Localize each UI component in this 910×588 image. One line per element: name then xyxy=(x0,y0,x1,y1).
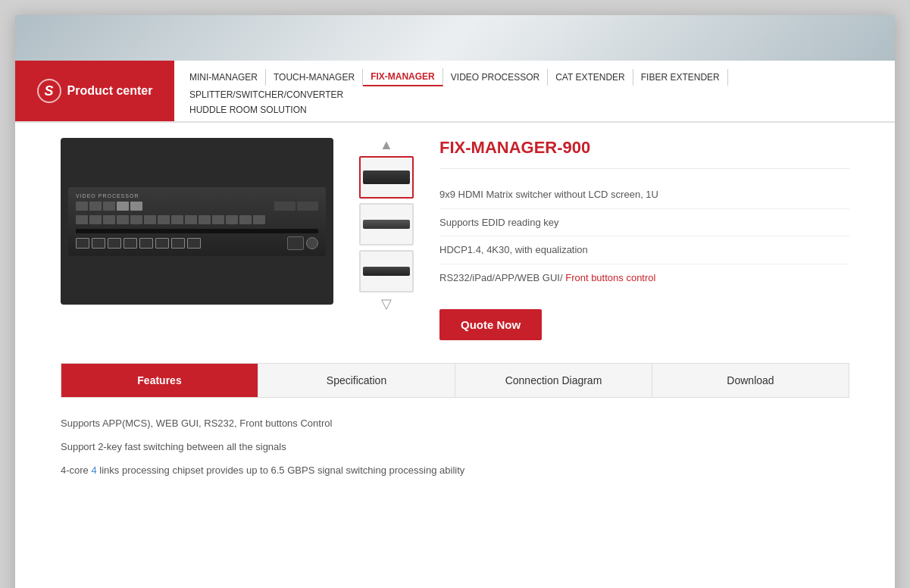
product-section: VIDEO PROCESSOR xyxy=(61,138,849,340)
nav-mini-manager[interactable]: MINI-MANAGER xyxy=(182,69,266,86)
features-line-2: Support 2-key fast switching between all… xyxy=(61,439,849,455)
thumb-down-arrow[interactable]: ▽ xyxy=(381,297,392,311)
feature-2: Supports EDID reading key xyxy=(439,209,849,237)
nav-splitter[interactable]: SPLITTER/SWITCHER/CONVERTER xyxy=(182,86,351,103)
nav-area: MINI-MANAGER TOUCH-MANAGER FIX-MANAGER V… xyxy=(174,61,895,121)
features-line-3-suffix: links processing chipset provides up to … xyxy=(97,464,465,476)
main-product-image: VIDEO PROCESSOR xyxy=(61,138,333,305)
product-info: FIX-MANAGER-900 9x9 HDMI Matrix switcher… xyxy=(439,138,849,340)
nav-touch-manager[interactable]: TOUCH-MANAGER xyxy=(266,69,363,86)
brand-logo: S xyxy=(37,79,61,103)
tab-specification[interactable]: Specification xyxy=(258,364,455,397)
feature-4: RS232/iPad/APP/WEB GUI/ Front buttons co… xyxy=(439,264,849,292)
tab-features[interactable]: Features xyxy=(61,364,258,397)
thumbnail-3[interactable] xyxy=(359,250,414,292)
feature-3: HDCP1.4, 4K30, with equalization xyxy=(439,236,849,264)
nav-top: MINI-MANAGER TOUCH-MANAGER FIX-MANAGER V… xyxy=(182,61,887,103)
nav-video-processor[interactable]: VIDEO PROCESSOR xyxy=(443,69,548,86)
hero-banner xyxy=(15,15,895,61)
nav-cat-extender[interactable]: CAT EXTENDER xyxy=(548,69,633,86)
rack-unit-graphic: VIDEO PROCESSOR xyxy=(68,187,326,256)
thumbnail-2[interactable] xyxy=(359,203,414,246)
features-line-1: Supports APP(MCS), WEB GUI, RS232, Front… xyxy=(61,416,849,432)
brand-title: Product center xyxy=(67,84,153,98)
nav-bottom: HUDDLE ROOM SOLUTION xyxy=(182,103,887,121)
brand-box: S Product center xyxy=(15,61,174,121)
features-line-3: 4-core 4 links processing chipset provid… xyxy=(61,463,849,479)
product-features-list: 9x9 HDMI Matrix switcher without LCD scr… xyxy=(439,181,849,291)
thumb-device-3 xyxy=(363,267,410,276)
nav-fiber-extender[interactable]: FIBER EXTENDER xyxy=(633,69,728,86)
features-line-3-prefix: 4-core xyxy=(61,464,91,476)
thumbnail-1[interactable] xyxy=(359,156,414,199)
thumbnail-column: ▲ ▽ xyxy=(356,138,417,311)
features-content: Supports APP(MCS), WEB GUI, RS232, Front… xyxy=(61,416,849,493)
brand-logo-char: S xyxy=(45,83,54,99)
feature-1: 9x9 HDMI Matrix switcher without LCD scr… xyxy=(439,181,849,209)
thumb-device-2 xyxy=(363,220,410,229)
tabs-row: Features Specification Connection Diagra… xyxy=(61,363,849,398)
tab-download[interactable]: Download xyxy=(652,364,849,397)
tab-connection-diagram[interactable]: Connection Diagram xyxy=(455,364,652,397)
nav-fix-manager[interactable]: FIX-MANAGER xyxy=(363,68,443,86)
quote-now-button[interactable]: Quote Now xyxy=(439,309,542,340)
features-line-3-link[interactable]: 4 xyxy=(91,464,96,476)
product-name: FIX-MANAGER-900 xyxy=(439,138,849,169)
thumb-device-1 xyxy=(363,170,410,184)
content-area: VIDEO PROCESSOR xyxy=(15,123,895,524)
header: S Product center MINI-MANAGER TOUCH-MANA… xyxy=(15,61,895,123)
nav-huddle-room[interactable]: HUDDLE ROOM SOLUTION xyxy=(182,103,314,117)
main-image-area: VIDEO PROCESSOR xyxy=(61,138,333,305)
feature-4-highlight: Front buttons control xyxy=(565,272,655,283)
thumb-up-arrow[interactable]: ▲ xyxy=(380,138,393,152)
